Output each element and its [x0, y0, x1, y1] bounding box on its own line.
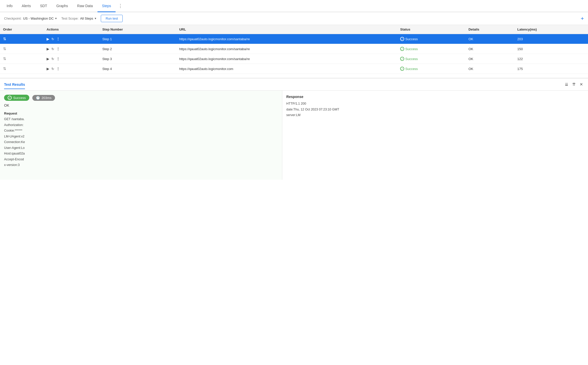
run-test-button[interactable]: Run test: [101, 15, 123, 22]
response-line: HTTP/1.1 200: [286, 101, 584, 107]
col-order: Order: [0, 25, 44, 34]
more-options-button[interactable]: ⋮: [56, 47, 60, 51]
test-scope-dropdown[interactable]: All Steps ▼: [80, 17, 97, 20]
details-cell: OK: [465, 64, 514, 74]
col-url: URL: [176, 25, 397, 34]
tab-info[interactable]: Info: [2, 0, 17, 12]
col-status: Status: [397, 25, 465, 34]
tab-rawdata[interactable]: Raw Data: [73, 0, 97, 12]
status-cell: ✓ Success: [397, 64, 465, 74]
request-line: x-version:3: [4, 162, 278, 168]
badges-row: ✓ Success 🕐 203ms: [4, 95, 278, 101]
latency-cell: 203: [514, 34, 588, 44]
actions-cell: ▶ ↻ ⋮: [44, 34, 99, 44]
test-scope-value: All Steps: [80, 17, 93, 20]
url-cell: https://qauat02auto.logicmonitor.com/san…: [176, 44, 397, 54]
results-content: ✓ Success 🕐 203ms OK Request GET /santab…: [0, 91, 588, 180]
tab-alerts[interactable]: Alerts: [17, 0, 35, 12]
play-button[interactable]: ▶: [47, 67, 49, 71]
status-label: Success: [405, 47, 418, 51]
order-cell: ⇅: [0, 34, 44, 44]
panel-title: Test Results: [4, 82, 25, 89]
step-number-cell: Step 4: [99, 64, 176, 74]
drag-handle-icon: ⇅: [3, 37, 6, 41]
more-menu-button[interactable]: ⋮: [116, 1, 125, 11]
status-icon: ✓: [400, 67, 404, 71]
step-number-cell: Step 1: [99, 34, 176, 44]
actions-cell: ▶ ↻ ⋮: [44, 64, 99, 74]
checkpoint-dropdown[interactable]: US - Washington DC ▼: [23, 17, 57, 20]
results-right-panel: Response HTTP/1.1 200date:Thu, 12 Oct 20…: [282, 91, 588, 180]
table-row[interactable]: ⇅ ▶ ↻ ⋮ Step 2https://qauat02auto.logicm…: [0, 44, 588, 54]
toolbar: Checkpoint: US - Washington DC ▼ Test Sc…: [0, 12, 588, 25]
response-line: date:Thu, 12 Oct 2023 07:23:10 GMT: [286, 107, 584, 113]
request-section: Request GET /santaba.Authorization:Cooki…: [4, 111, 278, 168]
actions-cell: ▶ ↻ ⋮: [44, 44, 99, 54]
col-details: Details: [465, 25, 514, 34]
step-number-cell: Step 2: [99, 44, 176, 54]
play-button[interactable]: ▶: [47, 47, 49, 51]
col-actions: Actions: [44, 25, 99, 34]
drag-handle-icon: ⇅: [3, 47, 6, 51]
success-check-icon: ✓: [8, 96, 12, 100]
status-label: Success: [405, 37, 418, 41]
status-label: Success: [405, 67, 418, 71]
results-left-panel: ✓ Success 🕐 203ms OK Request GET /santab…: [0, 91, 282, 180]
latency-value: 203ms: [41, 96, 51, 100]
checkpoint-label: Checkpoint:: [4, 17, 22, 20]
clock-icon: 🕐: [36, 96, 40, 100]
collapse-up-button[interactable]: ⇈: [571, 81, 577, 88]
request-line: Connection:Ke: [4, 139, 278, 145]
table-row[interactable]: ⇅ ▶ ↻ ⋮ Step 1https://qauat02auto.logicm…: [0, 34, 588, 44]
status-icon: ✓: [400, 57, 404, 61]
add-step-button[interactable]: +: [581, 15, 584, 22]
request-line: GET /santaba.: [4, 116, 278, 122]
url-cell: https://qauat02auto.logicmonitor.com: [176, 64, 397, 74]
tab-steps[interactable]: Steps: [97, 0, 116, 12]
url-cell: https://qauat02auto.logicmonitor.com/san…: [176, 34, 397, 44]
play-button[interactable]: ▶: [47, 57, 49, 61]
test-scope-chevron-icon: ▼: [94, 17, 97, 20]
reload-button[interactable]: ↻: [51, 47, 54, 51]
collapse-down-button[interactable]: ⇊: [564, 81, 569, 88]
request-line: LM-UAgent:v2: [4, 134, 278, 139]
close-panel-button[interactable]: ✕: [579, 81, 584, 88]
reload-button[interactable]: ↻: [51, 57, 54, 61]
more-options-button[interactable]: ⋮: [56, 37, 60, 41]
request-line: User-Agent:Lo: [4, 145, 278, 151]
play-button[interactable]: ▶: [47, 37, 49, 41]
status-cell: ✓ Success: [397, 34, 465, 44]
test-scope-selector: Test Scope: All Steps ▼: [61, 17, 97, 20]
panel-controls: ⇊ ⇈ ✕: [564, 81, 584, 88]
table-row[interactable]: ⇅ ▶ ↻ ⋮ Step 4https://qauat02auto.logicm…: [0, 64, 588, 74]
tab-sdt[interactable]: SDT: [35, 0, 52, 12]
more-options-button[interactable]: ⋮: [56, 57, 60, 61]
steps-table: Order Actions Step Number URL Status Det…: [0, 25, 588, 74]
actions-cell: ▶ ↻ ⋮: [44, 54, 99, 64]
latency-cell: 122: [514, 54, 588, 64]
status-icon: ✓: [400, 37, 404, 41]
reload-button[interactable]: ↻: [51, 67, 54, 71]
latency-cell: 150: [514, 44, 588, 54]
status-label: Success: [405, 57, 418, 61]
col-latency: Latency(ms): [514, 25, 588, 34]
test-results-panel: Test Results ⇊ ⇈ ✕ ✓ Success 🕐 203ms OK …: [0, 78, 588, 180]
more-options-button[interactable]: ⋮: [56, 67, 60, 71]
col-step-number: Step Number: [99, 25, 176, 34]
tab-graphs[interactable]: Graphs: [52, 0, 73, 12]
table-row[interactable]: ⇅ ▶ ↻ ⋮ Step 3https://qauat02auto.logicm…: [0, 54, 588, 64]
latency-badge: 🕐 203ms: [32, 95, 55, 101]
request-label: Request: [4, 111, 278, 115]
response-title: Response: [286, 95, 584, 99]
top-nav: Info Alerts SDT Graphs Raw Data Steps ⋮: [0, 0, 588, 12]
panel-header: Test Results ⇊ ⇈ ✕: [0, 78, 588, 91]
status-cell: ✓ Success: [397, 54, 465, 64]
success-label: Success: [13, 96, 26, 100]
request-line: Accept-Encod: [4, 157, 278, 162]
reload-button[interactable]: ↻: [51, 37, 54, 41]
step-number-cell: Step 3: [99, 54, 176, 64]
response-line: server:LM: [286, 112, 584, 118]
status-cell: ✓ Success: [397, 44, 465, 54]
checkpoint-selector: Checkpoint: US - Washington DC ▼: [4, 17, 57, 20]
order-cell: ⇅: [0, 64, 44, 74]
